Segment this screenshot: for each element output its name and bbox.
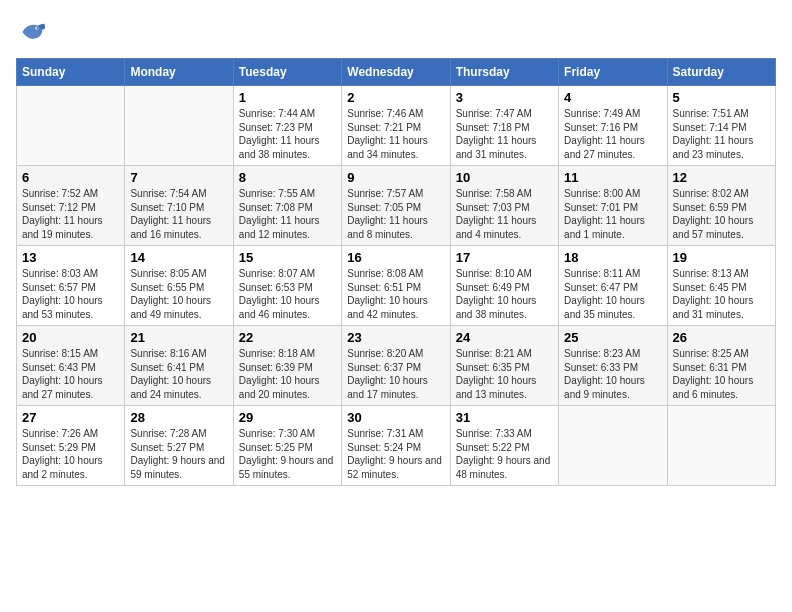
day-info: Sunrise: 8:11 AM Sunset: 6:47 PM Dayligh… xyxy=(564,267,661,321)
day-number: 4 xyxy=(564,90,661,105)
day-number: 30 xyxy=(347,410,444,425)
day-info: Sunrise: 8:20 AM Sunset: 6:37 PM Dayligh… xyxy=(347,347,444,401)
day-info: Sunrise: 7:52 AM Sunset: 7:12 PM Dayligh… xyxy=(22,187,119,241)
day-number: 18 xyxy=(564,250,661,265)
day-info: Sunrise: 8:02 AM Sunset: 6:59 PM Dayligh… xyxy=(673,187,770,241)
day-number: 26 xyxy=(673,330,770,345)
page-header xyxy=(16,16,776,48)
day-info: Sunrise: 8:13 AM Sunset: 6:45 PM Dayligh… xyxy=(673,267,770,321)
day-number: 19 xyxy=(673,250,770,265)
day-number: 7 xyxy=(130,170,227,185)
calendar-cell: 17Sunrise: 8:10 AM Sunset: 6:49 PM Dayli… xyxy=(450,246,558,326)
calendar-cell: 16Sunrise: 8:08 AM Sunset: 6:51 PM Dayli… xyxy=(342,246,450,326)
day-number: 2 xyxy=(347,90,444,105)
day-number: 22 xyxy=(239,330,336,345)
calendar-cell: 14Sunrise: 8:05 AM Sunset: 6:55 PM Dayli… xyxy=(125,246,233,326)
day-number: 13 xyxy=(22,250,119,265)
calendar-week-2: 6Sunrise: 7:52 AM Sunset: 7:12 PM Daylig… xyxy=(17,166,776,246)
calendar-cell: 8Sunrise: 7:55 AM Sunset: 7:08 PM Daylig… xyxy=(233,166,341,246)
calendar-week-5: 27Sunrise: 7:26 AM Sunset: 5:29 PM Dayli… xyxy=(17,406,776,486)
day-number: 15 xyxy=(239,250,336,265)
day-number: 12 xyxy=(673,170,770,185)
calendar-cell xyxy=(559,406,667,486)
day-info: Sunrise: 7:44 AM Sunset: 7:23 PM Dayligh… xyxy=(239,107,336,161)
day-info: Sunrise: 7:51 AM Sunset: 7:14 PM Dayligh… xyxy=(673,107,770,161)
calendar-cell: 24Sunrise: 8:21 AM Sunset: 6:35 PM Dayli… xyxy=(450,326,558,406)
header-wednesday: Wednesday xyxy=(342,59,450,86)
calendar-cell: 29Sunrise: 7:30 AM Sunset: 5:25 PM Dayli… xyxy=(233,406,341,486)
svg-point-1 xyxy=(36,27,38,29)
day-number: 9 xyxy=(347,170,444,185)
calendar-week-4: 20Sunrise: 8:15 AM Sunset: 6:43 PM Dayli… xyxy=(17,326,776,406)
calendar-cell: 15Sunrise: 8:07 AM Sunset: 6:53 PM Dayli… xyxy=(233,246,341,326)
day-info: Sunrise: 7:33 AM Sunset: 5:22 PM Dayligh… xyxy=(456,427,553,481)
day-info: Sunrise: 8:25 AM Sunset: 6:31 PM Dayligh… xyxy=(673,347,770,401)
day-info: Sunrise: 7:47 AM Sunset: 7:18 PM Dayligh… xyxy=(456,107,553,161)
day-info: Sunrise: 7:26 AM Sunset: 5:29 PM Dayligh… xyxy=(22,427,119,481)
header-monday: Monday xyxy=(125,59,233,86)
day-number: 27 xyxy=(22,410,119,425)
day-number: 31 xyxy=(456,410,553,425)
day-number: 1 xyxy=(239,90,336,105)
day-number: 20 xyxy=(22,330,119,345)
calendar-cell: 21Sunrise: 8:16 AM Sunset: 6:41 PM Dayli… xyxy=(125,326,233,406)
day-info: Sunrise: 8:16 AM Sunset: 6:41 PM Dayligh… xyxy=(130,347,227,401)
day-number: 8 xyxy=(239,170,336,185)
day-info: Sunrise: 8:07 AM Sunset: 6:53 PM Dayligh… xyxy=(239,267,336,321)
calendar-cell: 18Sunrise: 8:11 AM Sunset: 6:47 PM Dayli… xyxy=(559,246,667,326)
calendar-cell: 22Sunrise: 8:18 AM Sunset: 6:39 PM Dayli… xyxy=(233,326,341,406)
day-info: Sunrise: 7:49 AM Sunset: 7:16 PM Dayligh… xyxy=(564,107,661,161)
calendar-cell: 4Sunrise: 7:49 AM Sunset: 7:16 PM Daylig… xyxy=(559,86,667,166)
calendar-cell xyxy=(17,86,125,166)
day-number: 21 xyxy=(130,330,227,345)
calendar-cell xyxy=(667,406,775,486)
calendar-cell: 9Sunrise: 7:57 AM Sunset: 7:05 PM Daylig… xyxy=(342,166,450,246)
calendar-cell: 3Sunrise: 7:47 AM Sunset: 7:18 PM Daylig… xyxy=(450,86,558,166)
calendar-cell: 2Sunrise: 7:46 AM Sunset: 7:21 PM Daylig… xyxy=(342,86,450,166)
day-number: 16 xyxy=(347,250,444,265)
day-number: 17 xyxy=(456,250,553,265)
calendar-cell xyxy=(125,86,233,166)
day-number: 5 xyxy=(673,90,770,105)
day-info: Sunrise: 7:55 AM Sunset: 7:08 PM Dayligh… xyxy=(239,187,336,241)
day-info: Sunrise: 8:03 AM Sunset: 6:57 PM Dayligh… xyxy=(22,267,119,321)
day-info: Sunrise: 7:58 AM Sunset: 7:03 PM Dayligh… xyxy=(456,187,553,241)
calendar-cell: 28Sunrise: 7:28 AM Sunset: 5:27 PM Dayli… xyxy=(125,406,233,486)
day-info: Sunrise: 7:31 AM Sunset: 5:24 PM Dayligh… xyxy=(347,427,444,481)
calendar-cell: 13Sunrise: 8:03 AM Sunset: 6:57 PM Dayli… xyxy=(17,246,125,326)
calendar-cell: 6Sunrise: 7:52 AM Sunset: 7:12 PM Daylig… xyxy=(17,166,125,246)
calendar-cell: 12Sunrise: 8:02 AM Sunset: 6:59 PM Dayli… xyxy=(667,166,775,246)
calendar-cell: 19Sunrise: 8:13 AM Sunset: 6:45 PM Dayli… xyxy=(667,246,775,326)
day-info: Sunrise: 8:18 AM Sunset: 6:39 PM Dayligh… xyxy=(239,347,336,401)
calendar-cell: 1Sunrise: 7:44 AM Sunset: 7:23 PM Daylig… xyxy=(233,86,341,166)
day-number: 3 xyxy=(456,90,553,105)
day-number: 24 xyxy=(456,330,553,345)
day-number: 25 xyxy=(564,330,661,345)
day-number: 11 xyxy=(564,170,661,185)
calendar-cell: 23Sunrise: 8:20 AM Sunset: 6:37 PM Dayli… xyxy=(342,326,450,406)
calendar-cell: 30Sunrise: 7:31 AM Sunset: 5:24 PM Dayli… xyxy=(342,406,450,486)
day-info: Sunrise: 8:15 AM Sunset: 6:43 PM Dayligh… xyxy=(22,347,119,401)
day-info: Sunrise: 8:08 AM Sunset: 6:51 PM Dayligh… xyxy=(347,267,444,321)
day-info: Sunrise: 8:00 AM Sunset: 7:01 PM Dayligh… xyxy=(564,187,661,241)
day-info: Sunrise: 8:21 AM Sunset: 6:35 PM Dayligh… xyxy=(456,347,553,401)
day-info: Sunrise: 7:46 AM Sunset: 7:21 PM Dayligh… xyxy=(347,107,444,161)
header-thursday: Thursday xyxy=(450,59,558,86)
calendar-cell: 25Sunrise: 8:23 AM Sunset: 6:33 PM Dayli… xyxy=(559,326,667,406)
calendar-cell: 10Sunrise: 7:58 AM Sunset: 7:03 PM Dayli… xyxy=(450,166,558,246)
calendar-cell: 20Sunrise: 8:15 AM Sunset: 6:43 PM Dayli… xyxy=(17,326,125,406)
logo xyxy=(16,16,52,48)
calendar-week-1: 1Sunrise: 7:44 AM Sunset: 7:23 PM Daylig… xyxy=(17,86,776,166)
day-number: 29 xyxy=(239,410,336,425)
day-info: Sunrise: 7:28 AM Sunset: 5:27 PM Dayligh… xyxy=(130,427,227,481)
calendar-cell: 11Sunrise: 8:00 AM Sunset: 7:01 PM Dayli… xyxy=(559,166,667,246)
header-tuesday: Tuesday xyxy=(233,59,341,86)
calendar-cell: 31Sunrise: 7:33 AM Sunset: 5:22 PM Dayli… xyxy=(450,406,558,486)
calendar-cell: 7Sunrise: 7:54 AM Sunset: 7:10 PM Daylig… xyxy=(125,166,233,246)
day-info: Sunrise: 7:30 AM Sunset: 5:25 PM Dayligh… xyxy=(239,427,336,481)
day-number: 28 xyxy=(130,410,227,425)
day-number: 23 xyxy=(347,330,444,345)
day-number: 14 xyxy=(130,250,227,265)
logo-icon xyxy=(16,16,48,48)
day-info: Sunrise: 7:54 AM Sunset: 7:10 PM Dayligh… xyxy=(130,187,227,241)
